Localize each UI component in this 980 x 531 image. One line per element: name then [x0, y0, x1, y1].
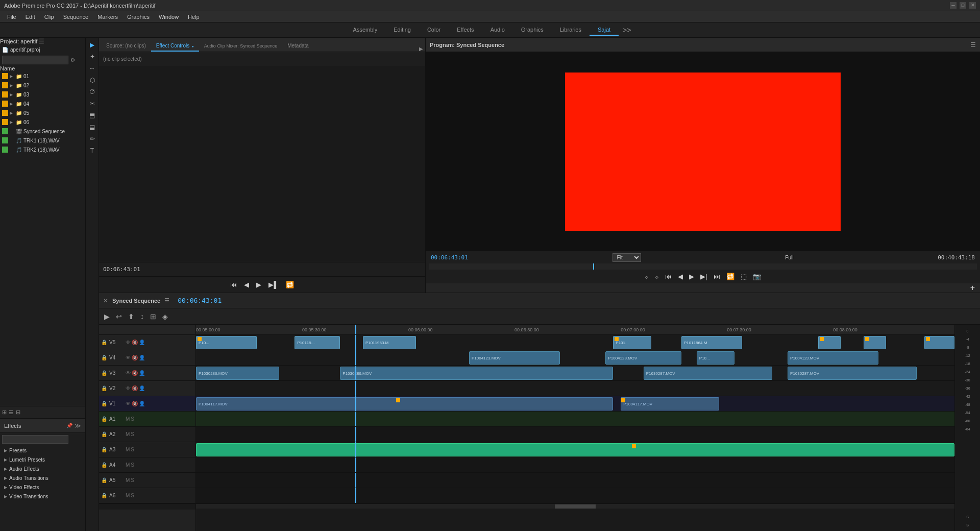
clip-v5-extra1[interactable]	[818, 336, 841, 349]
track-lane-v2[interactable]	[196, 381, 954, 396]
timeline-close-btn[interactable]: ✕	[103, 297, 108, 304]
track-lock-v4[interactable]: 🔒	[101, 355, 107, 360]
track-eye-v3[interactable]: 👁	[126, 370, 131, 376]
track-lock-v2[interactable]: 🔒	[101, 385, 107, 391]
clip-p1004123-v4b[interactable]: P1004123.MOV	[605, 351, 681, 365]
clip-p10119-v5[interactable]: P10119...	[295, 336, 340, 349]
track-lane-v1[interactable]: P1004117.MOV P1004117.MOV	[196, 396, 954, 412]
track-mute-v5[interactable]: 🔇	[132, 340, 138, 345]
clip-p1630286-v3b[interactable]: P1630286.MOV	[340, 367, 613, 380]
tree-item-05[interactable]: ▶ 📁 05	[0, 108, 85, 117]
tree-item-synced[interactable]: 🎬 Synced Sequence	[0, 127, 85, 136]
tool-razor[interactable]: ✂	[87, 99, 97, 109]
tab-assembly[interactable]: Assembly	[345, 25, 386, 36]
tool-track-select[interactable]: ✦	[87, 52, 97, 62]
tree-item-06[interactable]: ▶ 📁 06	[0, 117, 85, 127]
tl-btn-marker[interactable]: ◈	[160, 311, 170, 322]
track-lock-a3[interactable]: 🔒	[101, 447, 107, 452]
track-lane-a5[interactable]	[196, 473, 954, 488]
maximize-btn[interactable]: □	[960, 2, 966, 9]
tab-metadata[interactable]: Metadata	[282, 41, 314, 52]
tab-libraries[interactable]: Libraries	[552, 25, 590, 36]
menu-help[interactable]: Help	[184, 13, 204, 21]
tab-color[interactable]: Color	[419, 25, 449, 36]
track-solo-a5[interactable]: S	[131, 477, 134, 483]
minimize-btn[interactable]: ─	[950, 2, 957, 9]
clip-p1004123-v4a[interactable]: P1004123.MOV	[469, 351, 560, 365]
menu-clip[interactable]: Clip	[40, 13, 58, 21]
track-solo-v2[interactable]: 👤	[139, 385, 145, 391]
tl-btn-ripple[interactable]: ↩	[114, 311, 124, 322]
tool-slide[interactable]: ⬓	[87, 122, 97, 132]
program-btn-mark-out[interactable]: ⬦	[653, 272, 661, 281]
track-mute-v4[interactable]: 🔇	[132, 355, 138, 360]
program-btn-go-out[interactable]: ⏭	[712, 272, 722, 281]
track-solo-a4[interactable]: S	[131, 462, 134, 468]
icon-view-btn[interactable]: ⊟	[16, 409, 20, 416]
clip-p1004117-v1b[interactable]: P1004117.MOV	[621, 397, 719, 411]
tree-item-04[interactable]: ▶ 📁 04	[0, 99, 85, 108]
track-lock-a5[interactable]: 🔒	[101, 477, 107, 483]
tab-editing[interactable]: Editing	[385, 25, 419, 36]
menu-sequence[interactable]: Sequence	[59, 13, 93, 21]
tab-graphics[interactable]: Graphics	[513, 25, 552, 36]
tool-rate-stretch[interactable]: ⏱	[87, 87, 97, 97]
track-lane-a2[interactable]	[196, 427, 954, 442]
track-mute-a4[interactable]: M	[126, 462, 130, 468]
clip-p1011964-v5[interactable]: P1011964.M	[681, 336, 742, 349]
track-mute-v1[interactable]: 🔇	[132, 401, 138, 406]
tl-btn-snap[interactable]: ⊞	[148, 311, 158, 322]
tab-source[interactable]: Source: (no clips)	[101, 41, 151, 52]
program-btn-safe-margins[interactable]: ⬚	[739, 272, 749, 281]
clip-p1630286-v3a[interactable]: P1630286.MOV	[196, 367, 279, 380]
track-mute-a2[interactable]: M	[126, 431, 130, 437]
clip-p1630287-v3b[interactable]: P1630287.MOV	[788, 367, 917, 380]
track-lane-v4[interactable]: P1004123.MOV P1004123.MOV P10... P100412…	[196, 350, 954, 366]
program-btn-loop[interactable]: 🔁	[724, 272, 737, 281]
tab-audio-clip-mixer[interactable]: Audio Clip Mixer: Synced Sequence	[199, 41, 283, 52]
track-solo-a2[interactable]: S	[131, 431, 134, 437]
program-btn-play[interactable]: ▶	[687, 272, 696, 281]
source-btn-go-in[interactable]: ⏮	[228, 280, 239, 289]
track-eye-v4[interactable]: 👁	[126, 355, 131, 360]
effects-search-input[interactable]	[2, 435, 68, 444]
tree-item-03[interactable]: ▶ 📁 03	[0, 90, 85, 99]
tab-audio[interactable]: Audio	[482, 25, 513, 36]
track-solo-a6[interactable]: S	[131, 493, 134, 498]
tool-slip[interactable]: ⬒	[87, 110, 97, 120]
program-fit-select[interactable]: Fit 25% 50% 75% 100%	[612, 253, 641, 262]
menu-graphics[interactable]: Graphics	[123, 13, 154, 21]
timeline-timecode[interactable]: 00:06:43:01	[178, 297, 222, 304]
track-mute-a5[interactable]: M	[126, 477, 130, 483]
source-btn-loop[interactable]: 🔁	[284, 280, 296, 289]
source-btn-play[interactable]: ▶	[254, 280, 263, 289]
menu-markers[interactable]: Markers	[93, 13, 122, 21]
menu-file[interactable]: File	[3, 13, 20, 21]
list-view-btn[interactable]: ☰	[9, 409, 14, 416]
clip-p101-v5b[interactable]: P101...	[613, 336, 651, 349]
source-btn-step-fwd[interactable]: ▶▌	[266, 280, 280, 289]
clip-p1630287-v3a[interactable]: P1630287.MOV	[644, 367, 773, 380]
clip-p1011963-v5[interactable]: P1011963.M	[363, 336, 416, 349]
tool-text[interactable]: T	[87, 146, 97, 156]
track-solo-v3[interactable]: 👤	[139, 370, 145, 376]
track-lane-a6[interactable]	[196, 488, 954, 503]
tool-selection[interactable]: ▶	[87, 40, 97, 50]
program-monitor-menu-icon[interactable]: ☰	[970, 41, 976, 49]
tl-btn-extract[interactable]: ↕	[138, 311, 146, 322]
new-bin-btn[interactable]: ⊞	[2, 409, 7, 416]
track-solo-a1[interactable]: S	[131, 416, 134, 422]
effects-video-effects[interactable]: ▶Video Effects	[0, 482, 85, 492]
project-search-input[interactable]	[2, 56, 68, 64]
window-controls[interactable]: ─ □ ✕	[950, 2, 976, 9]
tree-item-02[interactable]: ▶ 📁 02	[0, 81, 85, 90]
track-mute-v2[interactable]: 🔇	[132, 385, 138, 391]
timeline-ruler[interactable]: 00:05:00:00 00:05:30:00 00:06:00:00 00:0…	[196, 325, 954, 335]
track-solo-a3[interactable]: S	[131, 447, 134, 452]
tab-effects[interactable]: Effects	[449, 25, 482, 36]
timeline-menu-icon[interactable]: ☰	[164, 297, 169, 304]
program-btn-go-in[interactable]: ⏮	[663, 272, 674, 281]
timeline-scrollbar[interactable]	[196, 503, 954, 509]
track-lane-a4[interactable]	[196, 457, 954, 473]
track-lock-v3[interactable]: 🔒	[101, 370, 107, 376]
